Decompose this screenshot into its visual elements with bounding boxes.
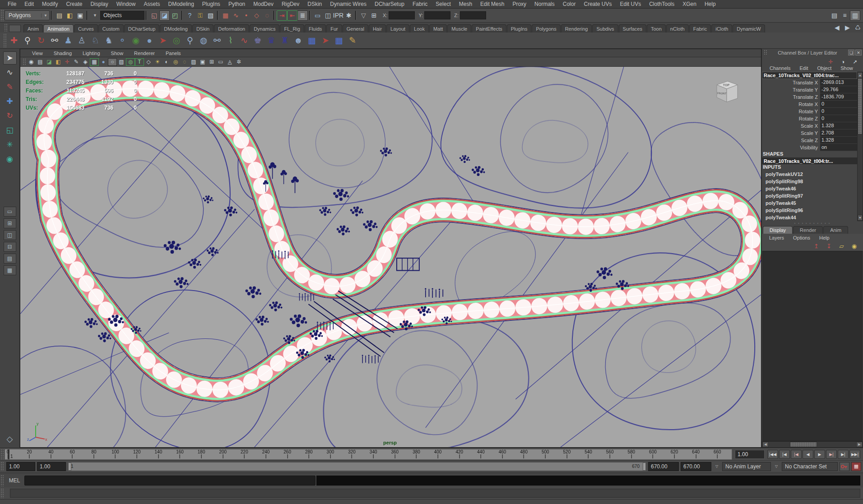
select-by-hierarchy-icon[interactable]: ◱ — [149, 10, 159, 21]
shelf-brush-icon[interactable]: ✎ — [346, 34, 359, 47]
wireframe-cube-icon[interactable]: ◇ — [144, 58, 153, 66]
camera-attributes-icon[interactable]: ▤ — [36, 58, 45, 66]
panel-divider[interactable]: ▪ ▪ ▪ ▪ ▪ ▪ ▪ ▪ ▪ ▪ — [762, 221, 863, 225]
time-slider[interactable]: 1 02040608010012014016018020022024026028… — [5, 449, 732, 460]
shelf-tab-deformation[interactable]: Deformation — [214, 24, 249, 32]
menu-help[interactable]: Help — [701, 0, 720, 8]
menu-normals[interactable]: Normals — [530, 0, 559, 8]
channel-value-field[interactable]: 2.708 — [820, 129, 857, 137]
select-tool-icon[interactable]: ➤ — [3, 51, 17, 65]
shelf-ball-rig-icon[interactable]: ● — [143, 34, 156, 47]
menu-create[interactable]: Create — [62, 0, 86, 8]
channel-label[interactable]: Translate Y — [762, 87, 820, 92]
menu-rigdev[interactable]: RigDev — [278, 0, 303, 8]
shelf-tab-polygons[interactable]: Polygons — [532, 24, 560, 32]
panel-menu-show[interactable]: Show — [106, 51, 129, 56]
range-end-handle[interactable] — [643, 462, 646, 471]
z-coord-input[interactable] — [460, 11, 486, 19]
shelf-tab-look[interactable]: Look — [410, 24, 429, 32]
selection-mask-field[interactable]: Objects — [100, 11, 144, 20]
menu-set-selector[interactable]: Polygons ▼ — [5, 10, 50, 20]
channel-label[interactable]: Translate Z — [762, 94, 820, 100]
new-scene-icon[interactable]: ▤ — [54, 10, 65, 21]
snap-mode-menu-icon[interactable]: ▽ — [358, 10, 369, 21]
divider[interactable] — [355, 11, 357, 20]
shelf-tab-icloth[interactable]: iCloth — [711, 24, 732, 32]
scroll-thumb[interactable] — [858, 78, 863, 134]
animation-end-field[interactable]: 670.00 — [681, 462, 711, 471]
shelf-rig-c-icon[interactable]: ♜ — [278, 34, 292, 47]
panel-menu-shading[interactable]: Shading — [48, 51, 77, 56]
layer-menu-layers[interactable]: Layers — [765, 235, 789, 240]
channel-box-h-scrollbar[interactable]: ◀ ▶ — [762, 441, 863, 448]
open-render-view-icon[interactable]: ▭ — [312, 10, 323, 21]
channel-label[interactable]: Scale Y — [762, 130, 820, 136]
channel-value-field[interactable]: -2869.013 — [820, 79, 857, 86]
2d-pan-zoom-icon[interactable]: ✛ — [63, 58, 72, 66]
auto-keyframe-icon[interactable] — [840, 462, 849, 471]
shelf-tab-fl-rig[interactable]: FL_Rig — [280, 24, 304, 32]
select-by-object-icon[interactable]: ◪ — [159, 10, 170, 21]
scroll-right-icon[interactable]: ▶ — [856, 442, 863, 447]
shelf-eyeball-icon[interactable]: ◍ — [197, 34, 210, 47]
shelf-arrow-rig-icon[interactable]: ➤ — [156, 34, 170, 47]
layer-move-up-icon[interactable]: ↥ — [811, 241, 821, 251]
shelf-tab-matt[interactable]: Matt — [429, 24, 447, 32]
layout-split-lr-icon[interactable]: ◫ — [4, 230, 16, 240]
range-slider-bar[interactable]: 1 670 — [68, 462, 646, 471]
anim-layer-selector[interactable]: No Anim Layer — [722, 462, 771, 471]
shelf-tab-dskin[interactable]: DSkin — [192, 24, 213, 32]
shelf-grip[interactable] — [4, 23, 8, 32]
snap-to-point-icon[interactable]: • — [241, 10, 251, 21]
layer-tab-display[interactable]: Display — [763, 226, 793, 234]
shelf-pose-icon[interactable]: ♞ — [102, 34, 116, 47]
anim-layer-menu-icon[interactable]: ▽ — [713, 462, 720, 471]
menu-python[interactable]: Python — [224, 0, 249, 8]
menu-plugins[interactable]: PlugIns — [198, 0, 224, 8]
selection-mask-menu-icon[interactable]: ▼ — [90, 10, 100, 21]
channel-value-field[interactable]: 0 — [820, 101, 857, 108]
channel-label[interactable]: Translate X — [762, 80, 820, 85]
x-coord-input[interactable] — [389, 11, 415, 19]
y-coord-input[interactable] — [424, 11, 450, 19]
channel-label[interactable]: Scale Z — [762, 138, 820, 143]
save-scene-icon[interactable]: ▣ — [75, 10, 85, 21]
divider[interactable] — [181, 11, 183, 20]
new-empty-layer-icon[interactable]: ▱ — [836, 241, 847, 251]
shelf-delete-icon[interactable]: ♺ — [853, 22, 863, 32]
attribute-editor-icon[interactable]: ▤ — [829, 10, 840, 21]
rotate-tool-icon[interactable]: ↻ — [3, 109, 17, 122]
menu-select[interactable]: Select — [432, 0, 455, 8]
film-gate-icon[interactable]: ◈ — [81, 58, 90, 66]
divider[interactable] — [309, 11, 311, 20]
panel-menu-view[interactable]: View — [27, 51, 48, 56]
channel-value-field[interactable]: 0 — [820, 108, 857, 115]
menu-window[interactable]: Window — [112, 0, 140, 8]
channel-value-field[interactable]: 1.328 — [820, 137, 857, 144]
shelf-walk-cycle-icon[interactable]: ♘ — [88, 34, 102, 47]
panel-toolbar-grip[interactable] — [23, 58, 26, 65]
shelf-tab-curves[interactable]: Curves — [74, 24, 98, 32]
menu-fabric[interactable]: Fabric — [408, 0, 432, 8]
channel-label[interactable]: Rotate Y — [762, 109, 820, 114]
menu-edit-uvs[interactable]: Edit UVs — [616, 0, 645, 8]
texture-labels-icon[interactable]: T — [135, 58, 144, 66]
go-to-end-button[interactable]: ▶▶| — [849, 450, 860, 459]
scroll-up-icon[interactable]: ▲ — [858, 72, 863, 78]
make-live-icon[interactable]: ◌ — [262, 10, 272, 21]
shelf-skeleton-icon[interactable]: ♙ — [75, 34, 88, 47]
menu-xgen[interactable]: XGen — [678, 0, 701, 8]
layer-move-down-icon[interactable]: ↧ — [824, 241, 834, 251]
shelf-tab-layout[interactable]: Layout — [386, 24, 409, 32]
playback-end-field[interactable]: 670.00 — [648, 462, 679, 471]
layout-outliner-persp-icon[interactable]: ▤ — [4, 254, 16, 264]
character-set-selector[interactable]: No Character Set — [782, 462, 838, 471]
menu-file[interactable]: File — [4, 0, 20, 8]
shelf-rig-b-icon[interactable]: ♛ — [264, 34, 278, 47]
input-node-polysplitring98[interactable]: polySplitRing98 — [762, 178, 857, 185]
shelf-spline-icon[interactable]: ∿ — [237, 34, 251, 47]
channel-value-field[interactable]: on — [820, 144, 857, 151]
character-set-menu-icon[interactable]: ▽ — [773, 462, 780, 471]
render-current-frame-icon[interactable]: ◫ — [323, 10, 333, 21]
shelf-set-key-icon[interactable]: ⚲ — [21, 34, 34, 47]
